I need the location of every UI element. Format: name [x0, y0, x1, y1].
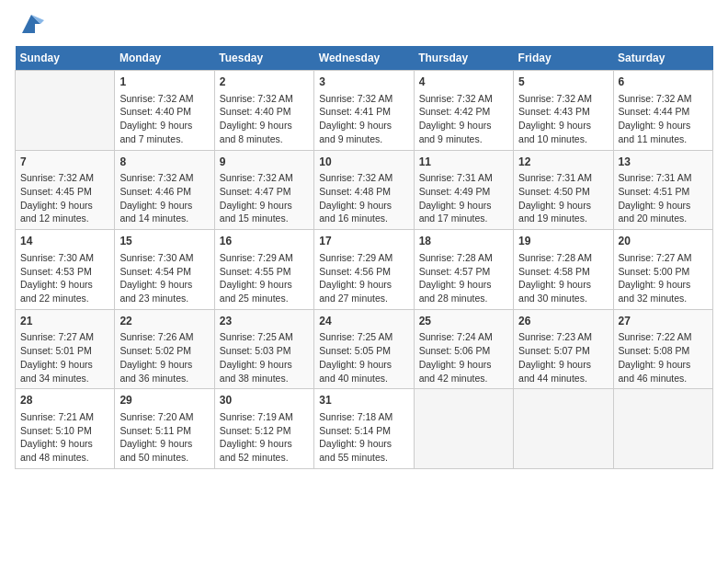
- cell-info: Sunrise: 7:25 AMSunset: 5:03 PMDaylight:…: [220, 330, 309, 385]
- day-number: 21: [20, 314, 109, 329]
- calendar-cell: [514, 389, 613, 469]
- week-row-1: 1Sunrise: 7:32 AMSunset: 4:40 PMDaylight…: [16, 71, 713, 151]
- cell-info: Sunrise: 7:21 AMSunset: 5:10 PMDaylight:…: [20, 410, 109, 465]
- calendar-cell: 24Sunrise: 7:25 AMSunset: 5:05 PMDayligh…: [314, 309, 414, 389]
- day-header-wednesday: Wednesday: [314, 46, 414, 71]
- cell-info: Sunrise: 7:29 AMSunset: 4:56 PMDaylight:…: [319, 251, 408, 305]
- calendar-cell: 9Sunrise: 7:32 AMSunset: 4:47 PMDaylight…: [214, 150, 313, 230]
- cell-info: Sunrise: 7:32 AMSunset: 4:48 PMDaylight:…: [319, 171, 408, 225]
- day-number: 2: [220, 75, 309, 90]
- day-number: 29: [119, 393, 209, 408]
- cell-info: Sunrise: 7:22 AMSunset: 5:08 PMDaylight:…: [619, 330, 708, 385]
- cell-info: Sunrise: 7:32 AMSunset: 4:45 PMDaylight:…: [20, 171, 109, 225]
- cell-info: Sunrise: 7:20 AMSunset: 5:11 PMDaylight:…: [119, 410, 209, 465]
- day-number: 13: [619, 155, 708, 170]
- day-header-sunday: Sunday: [16, 46, 115, 71]
- day-number: 24: [319, 314, 408, 329]
- calendar-cell: 2Sunrise: 7:32 AMSunset: 4:40 PMDaylight…: [214, 71, 313, 151]
- calendar-cell: 23Sunrise: 7:25 AMSunset: 5:03 PMDayligh…: [214, 309, 313, 389]
- calendar-cell: 26Sunrise: 7:23 AMSunset: 5:07 PMDayligh…: [514, 309, 613, 389]
- calendar-cell: 5Sunrise: 7:32 AMSunset: 4:43 PMDaylight…: [514, 71, 613, 151]
- cell-info: Sunrise: 7:31 AMSunset: 4:51 PMDaylight:…: [619, 171, 708, 225]
- day-header-thursday: Thursday: [414, 46, 513, 71]
- calendar-cell: 1Sunrise: 7:32 AMSunset: 4:40 PMDaylight…: [115, 71, 214, 151]
- calendar-cell: [414, 389, 513, 469]
- calendar-cell: 11Sunrise: 7:31 AMSunset: 4:49 PMDayligh…: [414, 150, 513, 230]
- day-number: 20: [619, 234, 708, 249]
- day-number: 6: [619, 75, 708, 90]
- calendar-cell: 27Sunrise: 7:22 AMSunset: 5:08 PMDayligh…: [613, 309, 712, 389]
- day-number: 3: [319, 75, 408, 90]
- calendar-cell: [16, 71, 115, 151]
- calendar-cell: 20Sunrise: 7:27 AMSunset: 5:00 PMDayligh…: [613, 230, 712, 310]
- day-number: 22: [119, 314, 209, 329]
- calendar-cell: 15Sunrise: 7:30 AMSunset: 4:54 PMDayligh…: [115, 230, 214, 310]
- day-number: 12: [518, 155, 608, 170]
- day-number: 31: [319, 393, 408, 408]
- calendar-cell: 30Sunrise: 7:19 AMSunset: 5:12 PMDayligh…: [214, 389, 313, 469]
- day-number: 7: [20, 155, 109, 170]
- day-header-saturday: Saturday: [613, 46, 712, 71]
- calendar-cell: 6Sunrise: 7:32 AMSunset: 4:44 PMDaylight…: [613, 71, 712, 151]
- cell-info: Sunrise: 7:32 AMSunset: 4:41 PMDaylight:…: [319, 92, 408, 146]
- cell-info: Sunrise: 7:30 AMSunset: 4:54 PMDaylight:…: [119, 251, 209, 305]
- cell-info: Sunrise: 7:27 AMSunset: 5:01 PMDaylight:…: [20, 330, 109, 385]
- cell-info: Sunrise: 7:32 AMSunset: 4:40 PMDaylight:…: [220, 92, 309, 146]
- page-header: [15, 15, 713, 37]
- calendar-cell: 29Sunrise: 7:20 AMSunset: 5:11 PMDayligh…: [115, 389, 214, 469]
- calendar-cell: 16Sunrise: 7:29 AMSunset: 4:55 PMDayligh…: [214, 230, 313, 310]
- calendar-cell: 28Sunrise: 7:21 AMSunset: 5:10 PMDayligh…: [16, 389, 115, 469]
- day-number: 4: [419, 75, 508, 90]
- cell-info: Sunrise: 7:30 AMSunset: 4:53 PMDaylight:…: [20, 251, 109, 305]
- day-header-friday: Friday: [514, 46, 613, 71]
- calendar-cell: 13Sunrise: 7:31 AMSunset: 4:51 PMDayligh…: [613, 150, 712, 230]
- cell-info: Sunrise: 7:26 AMSunset: 5:02 PMDaylight:…: [119, 330, 209, 385]
- day-number: 28: [20, 393, 109, 408]
- calendar-cell: 12Sunrise: 7:31 AMSunset: 4:50 PMDayligh…: [514, 150, 613, 230]
- cell-info: Sunrise: 7:25 AMSunset: 5:05 PMDaylight:…: [319, 330, 408, 385]
- day-number: 26: [518, 314, 608, 329]
- logo-icon: [18, 11, 44, 37]
- cell-info: Sunrise: 7:18 AMSunset: 5:14 PMDaylight:…: [319, 410, 408, 465]
- cell-info: Sunrise: 7:27 AMSunset: 5:00 PMDaylight:…: [619, 251, 708, 305]
- calendar-cell: 17Sunrise: 7:29 AMSunset: 4:56 PMDayligh…: [314, 230, 414, 310]
- day-number: 27: [619, 314, 708, 329]
- cell-info: Sunrise: 7:32 AMSunset: 4:47 PMDaylight:…: [220, 171, 309, 225]
- cell-info: Sunrise: 7:29 AMSunset: 4:55 PMDaylight:…: [220, 251, 309, 305]
- calendar-cell: 8Sunrise: 7:32 AMSunset: 4:46 PMDaylight…: [115, 150, 214, 230]
- day-number: 16: [220, 234, 309, 249]
- cell-info: Sunrise: 7:32 AMSunset: 4:40 PMDaylight:…: [119, 92, 209, 146]
- calendar-cell: 18Sunrise: 7:28 AMSunset: 4:57 PMDayligh…: [414, 230, 513, 310]
- logo: [15, 15, 44, 37]
- cell-info: Sunrise: 7:19 AMSunset: 5:12 PMDaylight:…: [220, 410, 309, 465]
- calendar-table: SundayMondayTuesdayWednesdayThursdayFrid…: [15, 46, 713, 469]
- calendar-cell: 25Sunrise: 7:24 AMSunset: 5:06 PMDayligh…: [414, 309, 513, 389]
- cell-info: Sunrise: 7:24 AMSunset: 5:06 PMDaylight:…: [419, 330, 508, 385]
- cell-info: Sunrise: 7:23 AMSunset: 5:07 PMDaylight:…: [518, 330, 608, 385]
- cell-info: Sunrise: 7:28 AMSunset: 4:57 PMDaylight:…: [419, 251, 508, 305]
- cell-info: Sunrise: 7:32 AMSunset: 4:44 PMDaylight:…: [619, 92, 708, 146]
- day-number: 18: [419, 234, 508, 249]
- day-number: 8: [119, 155, 209, 170]
- day-number: 23: [220, 314, 309, 329]
- cell-info: Sunrise: 7:31 AMSunset: 4:50 PMDaylight:…: [518, 171, 608, 225]
- week-row-4: 21Sunrise: 7:27 AMSunset: 5:01 PMDayligh…: [16, 309, 713, 389]
- calendar-cell: 14Sunrise: 7:30 AMSunset: 4:53 PMDayligh…: [16, 230, 115, 310]
- week-row-3: 14Sunrise: 7:30 AMSunset: 4:53 PMDayligh…: [16, 230, 713, 310]
- calendar-cell: [613, 389, 712, 469]
- day-header-tuesday: Tuesday: [214, 46, 313, 71]
- cell-info: Sunrise: 7:31 AMSunset: 4:49 PMDaylight:…: [419, 171, 508, 225]
- week-row-5: 28Sunrise: 7:21 AMSunset: 5:10 PMDayligh…: [16, 389, 713, 469]
- day-number: 5: [518, 75, 608, 90]
- cell-info: Sunrise: 7:28 AMSunset: 4:58 PMDaylight:…: [518, 251, 608, 305]
- calendar-cell: 31Sunrise: 7:18 AMSunset: 5:14 PMDayligh…: [314, 389, 414, 469]
- calendar-cell: 19Sunrise: 7:28 AMSunset: 4:58 PMDayligh…: [514, 230, 613, 310]
- day-number: 14: [20, 234, 109, 249]
- day-number: 19: [518, 234, 608, 249]
- cell-info: Sunrise: 7:32 AMSunset: 4:46 PMDaylight:…: [119, 171, 209, 225]
- calendar-cell: 3Sunrise: 7:32 AMSunset: 4:41 PMDaylight…: [314, 71, 414, 151]
- day-number: 25: [419, 314, 508, 329]
- calendar-cell: 7Sunrise: 7:32 AMSunset: 4:45 PMDaylight…: [16, 150, 115, 230]
- calendar-cell: 10Sunrise: 7:32 AMSunset: 4:48 PMDayligh…: [314, 150, 414, 230]
- day-number: 17: [319, 234, 408, 249]
